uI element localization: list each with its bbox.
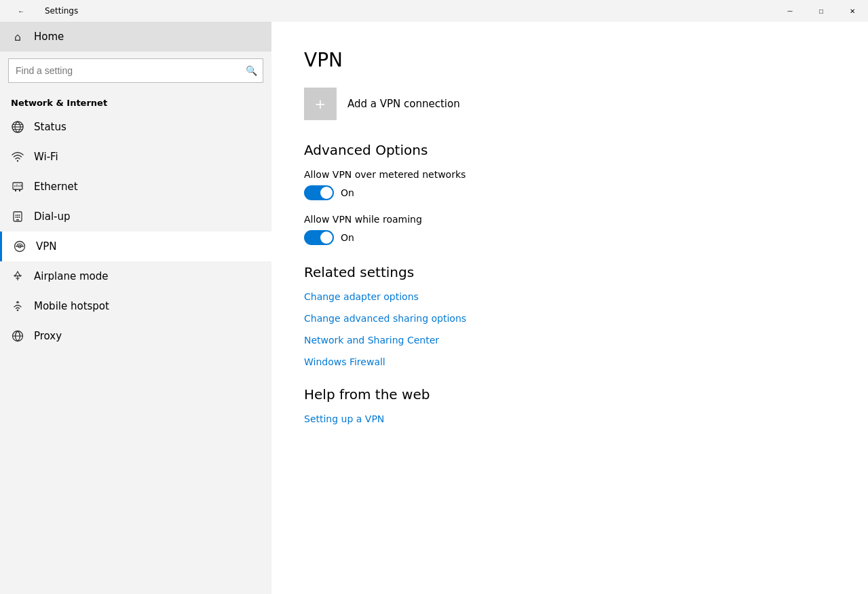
maximize-button[interactable]: □ [806,0,837,22]
dialup-icon [11,210,24,223]
metered-toggle-knob [320,187,333,199]
change-sharing-link[interactable]: Change advanced sharing options [304,313,835,324]
sidebar-item-label-status: Status [34,121,67,133]
add-vpn-button[interactable]: + Add a VPN connection [304,88,835,120]
sidebar-section-title: Network & Internet [0,90,271,112]
svg-point-15 [17,310,19,312]
svg-point-9 [16,217,17,218]
sidebar-item-label-vpn: VPN [36,240,57,253]
wifi-icon [11,150,24,164]
sidebar-item-label-hotspot: Mobile hotspot [34,300,109,312]
content-area: VPN + Add a VPN connection Advanced Opti… [271,22,868,594]
metered-networks-setting: Allow VPN over metered networks On [304,169,835,200]
roaming-label: Allow VPN while roaming [304,214,835,225]
svg-point-11 [19,217,20,218]
search-input[interactable] [8,58,263,83]
ethernet-icon [11,180,24,193]
svg-point-10 [17,217,18,218]
app-title: Settings [45,6,78,16]
sidebar-item-ethernet[interactable]: Ethernet [0,172,271,202]
proxy-icon [11,329,24,343]
sidebar-item-home[interactable]: ⌂ Home [0,22,271,52]
status-icon [11,120,24,134]
metered-networks-label: Allow VPN over metered networks [304,169,835,180]
window-controls: ─ □ ✕ [774,0,868,22]
change-adapter-link[interactable]: Change adapter options [304,291,835,302]
svg-rect-12 [16,219,19,221]
sidebar-item-hotspot[interactable]: Mobile hotspot [0,291,271,321]
sidebar-item-proxy[interactable]: Proxy [0,321,271,351]
setup-vpn-link[interactable]: Setting up a VPN [304,413,835,424]
home-label: Home [34,31,64,43]
advanced-options-header: Advanced Options [304,142,835,158]
add-vpn-icon: + [304,88,337,120]
metered-toggle-status: On [341,187,354,198]
sidebar-item-dialup[interactable]: Dial-up [0,202,271,231]
airplane-icon [11,270,24,283]
roaming-toggle-row: On [304,230,835,245]
metered-toggle-row: On [304,185,835,200]
minimize-button[interactable]: ─ [774,0,806,22]
main-window: ⌂ Home 🔍 Network & Internet Status [0,22,868,594]
roaming-toggle-status: On [341,232,354,243]
svg-rect-4 [19,189,20,191]
roaming-toggle[interactable] [304,230,334,245]
sidebar: ⌂ Home 🔍 Network & Internet Status [0,22,271,594]
sidebar-item-vpn[interactable]: VPN [0,231,271,261]
sidebar-item-status[interactable]: Status [0,112,271,142]
sidebar-item-label-proxy: Proxy [34,330,62,342]
help-header: Help from the web [304,386,835,403]
windows-firewall-link[interactable]: Windows Firewall [304,356,835,367]
add-vpn-label: Add a VPN connection [347,98,460,110]
hotspot-icon [11,299,24,313]
vpn-icon [13,240,26,253]
home-icon: ⌂ [11,30,24,43]
sidebar-item-wifi[interactable]: Wi-Fi [0,142,271,172]
svg-rect-3 [15,189,16,191]
svg-point-8 [19,215,20,216]
page-title: VPN [304,49,835,71]
svg-point-6 [16,215,17,216]
sidebar-item-label-wifi: Wi-Fi [34,151,58,163]
sidebar-item-airplane[interactable]: Airplane mode [0,261,271,291]
sidebar-item-label-dialup: Dial-up [34,210,71,223]
roaming-setting: Allow VPN while roaming On [304,214,835,245]
back-button[interactable]: ← [5,0,37,22]
metered-toggle[interactable] [304,185,334,200]
network-sharing-center-link[interactable]: Network and Sharing Center [304,335,835,346]
roaming-toggle-knob [320,231,333,244]
search-button[interactable]: 🔍 [239,58,263,83]
titlebar: ← Settings ─ □ ✕ [0,0,868,22]
close-button[interactable]: ✕ [837,0,868,22]
sidebar-item-label-ethernet: Ethernet [34,181,78,193]
svg-point-7 [17,215,18,216]
related-settings-header: Related settings [304,264,835,280]
svg-point-1 [17,160,18,162]
search-box: 🔍 [8,58,263,83]
sidebar-item-label-airplane: Airplane mode [34,270,109,282]
